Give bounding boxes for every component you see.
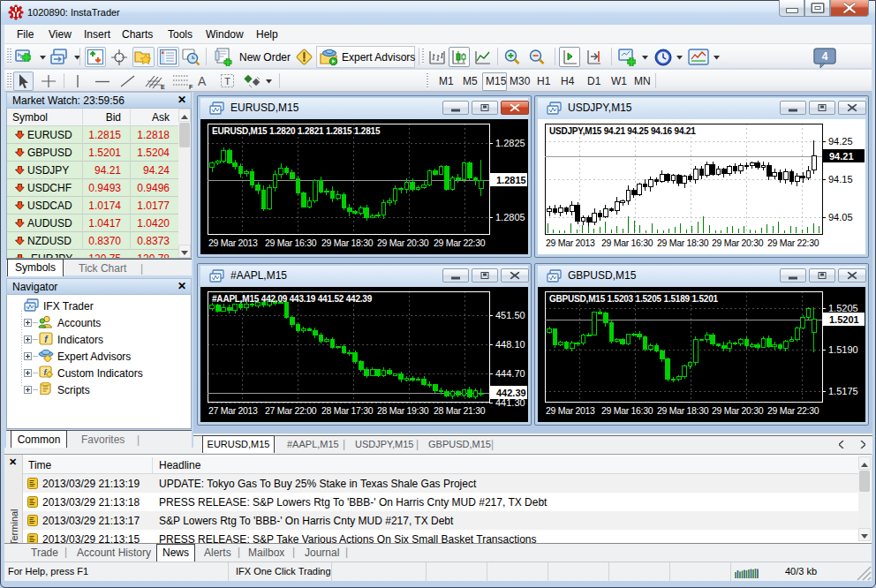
svg-text:29 Mar 20:30: 29 Mar 20:30 bbox=[712, 237, 764, 248]
svg-text:29 Mar 16:30: 29 Mar 16:30 bbox=[601, 405, 653, 416]
svg-text:F: F bbox=[189, 84, 193, 90]
svg-text:29 Mar 16:30: 29 Mar 16:30 bbox=[601, 237, 653, 248]
svg-text:27 Mar 2013: 27 Mar 2013 bbox=[208, 405, 258, 416]
svg-text:29 Mar 22:30: 29 Mar 22:30 bbox=[767, 237, 819, 248]
svg-text:27 Mar 22:00: 27 Mar 22:00 bbox=[265, 405, 317, 416]
svg-text:29 Mar 18:30: 29 Mar 18:30 bbox=[321, 237, 374, 248]
svg-text:94.21: 94.21 bbox=[829, 151, 854, 162]
svg-text:94.15: 94.15 bbox=[828, 174, 853, 185]
svg-text:29 Mar 20:30: 29 Mar 20:30 bbox=[377, 237, 429, 248]
svg-text:451.50: 451.50 bbox=[495, 310, 525, 320]
svg-text:29 Mar 18:30: 29 Mar 18:30 bbox=[657, 405, 709, 416]
svg-text:29 Mar 18:30: 29 Mar 18:30 bbox=[657, 237, 709, 248]
svg-text:94.25: 94.25 bbox=[828, 136, 853, 147]
svg-text:1.5175: 1.5175 bbox=[828, 386, 858, 396]
svg-text:E: E bbox=[161, 84, 165, 90]
svg-text:T: T bbox=[224, 76, 230, 87]
svg-text:442.39: 442.39 bbox=[496, 388, 526, 398]
svg-text:28 Mar 17:30: 28 Mar 17:30 bbox=[321, 405, 374, 416]
svg-text:1.2805: 1.2805 bbox=[495, 212, 525, 222]
svg-text:29 Mar 16:30: 29 Mar 16:30 bbox=[265, 237, 317, 248]
svg-text:29 Mar 2013: 29 Mar 2013 bbox=[546, 237, 595, 248]
svg-text:#AAPL,M15 442.09 443.19 441.5: #AAPL,M15 442.09 443.19 441.52 442.39 bbox=[212, 294, 373, 304]
svg-text:EURUSD,M15 1.2820 1.2821 1.28: EURUSD,M15 1.2820 1.2821 1.2815 1.2815 bbox=[212, 126, 381, 136]
svg-text:1.2825: 1.2825 bbox=[495, 138, 525, 148]
svg-text:4: 4 bbox=[822, 50, 828, 63]
svg-text:GBPUSD,M15 1.5203 1.5205 1.51: GBPUSD,M15 1.5203 1.5205 1.5189 1.5201 bbox=[549, 294, 719, 304]
svg-text:444.70: 444.70 bbox=[495, 368, 525, 379]
svg-text:29 Mar 22:30: 29 Mar 22:30 bbox=[434, 237, 486, 248]
svg-text:448.10: 448.10 bbox=[495, 339, 525, 350]
svg-text:94.05: 94.05 bbox=[828, 212, 853, 222]
svg-text:28 Mar 19:30: 28 Mar 19:30 bbox=[377, 405, 429, 416]
svg-text:1.5201: 1.5201 bbox=[829, 314, 859, 325]
svg-text:28 Mar 21:30: 28 Mar 21:30 bbox=[434, 405, 486, 416]
svg-text:1.5205: 1.5205 bbox=[828, 303, 858, 313]
svg-text:29 Mar 2013: 29 Mar 2013 bbox=[546, 405, 595, 416]
svg-text:USDJPY,M15 94.21 94.25 94.16: USDJPY,M15 94.21 94.25 94.16 94.21 bbox=[549, 126, 696, 136]
svg-text:29 Mar 20:30: 29 Mar 20:30 bbox=[712, 405, 764, 416]
svg-text:1.2815: 1.2815 bbox=[496, 175, 526, 185]
svg-text:29 Mar 2013: 29 Mar 2013 bbox=[208, 237, 258, 248]
svg-text:29 Mar 22:30: 29 Mar 22:30 bbox=[767, 405, 819, 416]
svg-text:1.5190: 1.5190 bbox=[828, 344, 858, 355]
